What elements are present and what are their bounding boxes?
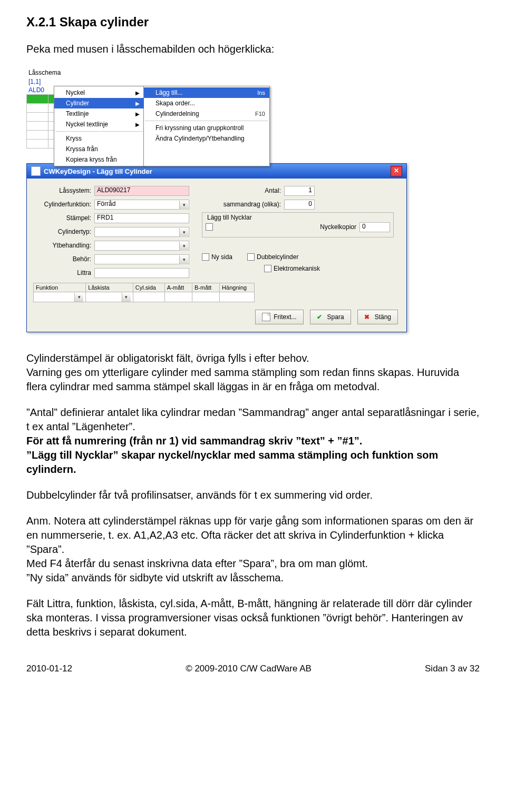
label-nysida: Ny sida xyxy=(211,253,232,261)
menu-separator xyxy=(55,131,143,132)
close-icon: ✖ xyxy=(364,313,372,321)
context-menu-screenshot: Låsschema [1,1] ALD0 Nyckel▶ Cylinder▶ T… xyxy=(26,68,269,148)
menu-label: Fri kryssning utan gruppkontroll xyxy=(155,124,265,132)
label-dubbelcylinder: Dubbelcylinder xyxy=(257,253,298,261)
col-hangning: Hängning xyxy=(220,283,254,292)
menu-label: Skapa order... xyxy=(155,100,265,107)
checkbox-elektromekanisk[interactable] xyxy=(264,265,271,272)
label-ytbeh: Ytbehandling: xyxy=(33,242,94,249)
body-p3b: För att få numrering (från nr 1) vid sam… xyxy=(26,434,480,448)
menu-item-nyckel[interactable]: Nyckel▶ xyxy=(54,87,144,98)
body-p3c: ”Lägg till Nycklar” skapar nyckel/nyckla… xyxy=(26,448,480,477)
close-button[interactable]: ✖Stäng xyxy=(357,310,398,324)
body-p5c: ”Ny sida” används för sidbyte vid utskri… xyxy=(26,571,480,585)
submenu-item-andracyltyp[interactable]: Ändra Cylindertyp/Ytbehandling xyxy=(144,133,269,144)
chevron-right-icon: ▶ xyxy=(135,90,140,96)
chevron-down-icon[interactable]: ▾ xyxy=(179,201,188,210)
button-label: Spara xyxy=(327,313,344,321)
label-antal: Antal: xyxy=(202,187,284,194)
page-footer: 2010-01-12 © 2009-2010 C/W CadWare AB Si… xyxy=(26,664,480,674)
menu-item-kryss[interactable]: Kryss xyxy=(54,133,144,144)
col-laskista: Låskista xyxy=(86,283,133,292)
input-behor[interactable]: ▾ xyxy=(94,254,189,264)
checkbox-addkeys[interactable] xyxy=(206,223,213,231)
col-funktion: Funktion xyxy=(34,283,85,292)
label-sammandrag: sammandrag (olika): xyxy=(202,201,284,208)
combo-value: Förråd xyxy=(97,200,115,207)
save-button[interactable]: ✔Spara xyxy=(310,310,351,324)
input-nyckelkopior[interactable]: 0 xyxy=(359,222,390,232)
body-p1: Cylinderstämpel är obligatoriskt fält, ö… xyxy=(26,351,480,365)
body-p6: Fält Littra, funktion, låskista, cyl.sid… xyxy=(26,597,480,639)
label-littra: Littra xyxy=(33,269,94,276)
body-p2: Varning ges om ytterligare cylinder med … xyxy=(26,365,480,394)
submenu-item-cylinderdelning[interactable]: CylinderdelningF10 xyxy=(144,108,269,119)
menu-label: Ändra Cylindertyp/Ytbehandling xyxy=(155,135,265,142)
chevron-right-icon: ▶ xyxy=(135,101,140,106)
intro-text: Peka med musen i låsschemabilden och hög… xyxy=(26,42,480,56)
menu-item-kopierakryss[interactable]: Kopiera kryss från xyxy=(54,154,144,165)
checkbox-nysida[interactable] xyxy=(202,253,209,261)
label-nyckelkopior: Nyckelkopior xyxy=(215,223,359,231)
input-cylindertyp[interactable]: ▾ xyxy=(94,227,189,237)
menu-label: Nyckel xyxy=(66,89,135,96)
fritext-button[interactable]: Fritext... xyxy=(255,310,303,324)
label-stampel: Stämpel: xyxy=(33,214,94,222)
input-ytbehandling[interactable]: ▾ xyxy=(94,241,189,251)
menu-shortcut: Ins xyxy=(257,90,265,96)
input-sammandrag[interactable]: 0 xyxy=(284,200,315,210)
menu-separator xyxy=(145,121,268,121)
checkbox-dubbelcylinder[interactable] xyxy=(247,253,255,261)
menu-item-kryssafran[interactable]: Kryssa från xyxy=(54,144,144,154)
grid-coord: [1,1] xyxy=(26,77,269,86)
footer-pagenum: Sidan 3 av 32 xyxy=(425,664,480,674)
page-title: X.2.1 Skapa cylinder xyxy=(26,15,480,29)
close-button[interactable]: ✕ xyxy=(391,166,402,176)
menu-label: Nyckel textlinje xyxy=(66,121,135,128)
chevron-down-icon[interactable]: ▾ xyxy=(74,293,83,302)
button-label: Stäng xyxy=(375,313,391,321)
input-littra[interactable] xyxy=(94,268,189,278)
input-lassystem[interactable]: ALD090217 xyxy=(94,186,189,196)
door-fields-table: Funktion▾ Låskista▾ Cyl.sida A-mått B-må… xyxy=(33,283,255,302)
chevron-down-icon[interactable]: ▾ xyxy=(122,293,131,302)
menu-label: Kryss xyxy=(66,135,140,142)
body-p3: ”Antal” definierar antalet lika cylindra… xyxy=(26,405,480,434)
menu-label: Lägg till... xyxy=(155,89,257,96)
input-cylinderfunktion[interactable]: Förråd▾ xyxy=(94,200,189,210)
label-behor: Behör: xyxy=(33,255,94,263)
body-p5a: Anm. Notera att cylinderstämpel räknas u… xyxy=(26,514,480,557)
chevron-down-icon[interactable]: ▾ xyxy=(179,255,188,264)
menu-item-cylinder[interactable]: Cylinder▶ xyxy=(54,98,144,108)
menu-label: Cylinder xyxy=(66,100,135,107)
chevron-right-icon: ▶ xyxy=(135,111,140,117)
label-elektromekanisk: Elektromekanisk xyxy=(274,265,320,272)
group-title: Lägg till Nycklar xyxy=(206,214,254,221)
menu-label: Kopiera kryss från xyxy=(66,156,140,163)
label-cylfunk: Cylinderfunktion: xyxy=(33,201,94,208)
body-p5b: Med F4 återfår du senast inskrivna data … xyxy=(26,557,480,571)
footer-copyright: © 2009-2010 C/W CadWare AB xyxy=(72,664,425,674)
button-label: Fritext... xyxy=(274,313,296,321)
col-amatt: A-mått xyxy=(165,283,192,292)
chevron-right-icon: ▶ xyxy=(135,122,140,127)
input-stampel[interactable]: FRD1 xyxy=(94,213,189,223)
chevron-down-icon[interactable]: ▾ xyxy=(179,242,188,251)
menu-label: Textlinje xyxy=(66,110,135,117)
input-antal[interactable]: 1 xyxy=(284,186,315,196)
menu-item-nyckeltextlinje[interactable]: Nyckel textlinje▶ xyxy=(54,119,144,130)
context-menu: Nyckel▶ Cylinder▶ Textlinje▶ Nyckel text… xyxy=(54,86,144,166)
col-cylsida: Cyl.sida xyxy=(133,283,164,292)
submenu-item-frikryss[interactable]: Fri kryssning utan gruppkontroll xyxy=(144,123,269,133)
context-submenu: Lägg till...Ins Skapa order... Cylinderd… xyxy=(143,86,270,166)
menu-label: Kryssa från xyxy=(66,145,140,153)
col-bmatt: B-mått xyxy=(192,283,219,292)
menu-item-textlinje[interactable]: Textlinje▶ xyxy=(54,108,144,119)
chevron-down-icon[interactable]: ▾ xyxy=(179,228,188,237)
label-cyltyp: Cylindertyp: xyxy=(33,228,94,235)
add-cylinder-dialog: CWKeyDesign - Lägg till Cylinder ✕ Låssy… xyxy=(26,163,407,332)
submenu-item-laggtill[interactable]: Lägg till...Ins xyxy=(144,87,269,98)
submenu-item-skapaorder[interactable]: Skapa order... xyxy=(144,98,269,108)
grid-caption: Låsschema xyxy=(26,68,269,77)
group-laggtillnycklar: Lägg till Nycklar Nyckelkopior 0 xyxy=(202,212,394,237)
